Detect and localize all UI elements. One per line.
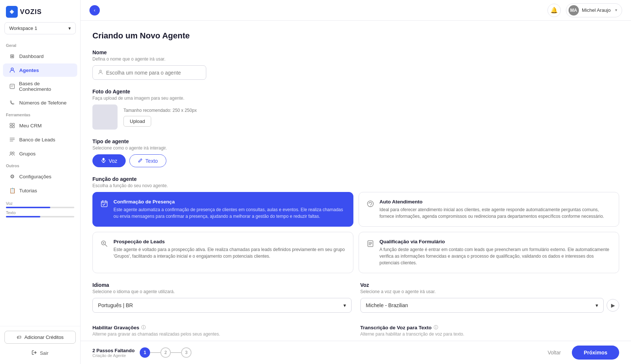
- voz-label: Voz: [109, 158, 117, 164]
- svg-rect-5: [13, 126, 14, 128]
- nome-label: Nome: [92, 49, 619, 55]
- foto-hint: Faça upload de uma imagem para seu agent…: [92, 96, 619, 101]
- leads-icon: [9, 136, 16, 143]
- next-button[interactable]: Próximos: [572, 346, 619, 360]
- step-line-1: [150, 352, 160, 353]
- svg-point-0: [11, 68, 13, 70]
- sidebar-item-leads[interactable]: Banco de Leads: [3, 133, 77, 146]
- workspace-selector[interactable]: Workspace 1 ▾: [4, 22, 76, 34]
- texto-credits-bar: [6, 216, 74, 217]
- add-credits-button[interactable]: 🏷 Adicionar Créditos: [4, 331, 76, 344]
- steps-info: 2 Passos Faltando Criação de Agente 1 2 …: [92, 347, 191, 358]
- voz-type-button[interactable]: Voz: [92, 154, 126, 167]
- notifications-button[interactable]: 🔔: [547, 4, 561, 17]
- section-ferramentas-label: Ferramentas: [0, 110, 80, 119]
- gravacoes-label: Habilitar Gravações ⓘ: [92, 324, 220, 331]
- texto-type-button[interactable]: Texto: [129, 154, 166, 167]
- edit-icon: [138, 158, 143, 164]
- tipo-label: Tipo de agente: [92, 138, 619, 144]
- confirmacao-content: Confirmação de Presença Este agente auto…: [113, 199, 346, 220]
- nome-section: Nome Defina o nome que o agente irá usar…: [92, 49, 619, 80]
- sidebar-item-grupos[interactable]: Grupos: [3, 147, 77, 160]
- steps-label: 2 Passos Faltando: [92, 348, 135, 353]
- crm-icon: [9, 122, 16, 129]
- func-card-auto-atendimento[interactable]: Auto Atendimento Ideal para oferecer ate…: [359, 192, 620, 227]
- idioma-value: Português | BR: [98, 302, 133, 308]
- step-line-2: [171, 352, 181, 353]
- auto-content: Auto Atendimento Ideal para oferecer ate…: [380, 199, 612, 220]
- sidebar-item-bases[interactable]: Bases de Conhecimento: [3, 78, 77, 95]
- bell-icon: 🔔: [550, 7, 558, 14]
- sidebar-item-numeros[interactable]: Números de Telefone: [3, 96, 77, 109]
- auto-atendimento-icon: [366, 200, 374, 210]
- step-3-label: 3: [185, 350, 188, 355]
- idioma-voz-row: Idioma Selecione o idioma que o agente u…: [92, 282, 619, 313]
- upload-button[interactable]: Upload: [123, 116, 151, 127]
- sidebar-item-dashboard[interactable]: ⊞ Dashboard: [3, 49, 77, 63]
- confirmacao-icon: [100, 200, 108, 210]
- sidebar-item-label: Dashboard: [19, 54, 44, 59]
- user-chevron-icon: ▾: [615, 8, 617, 13]
- nome-input[interactable]: [106, 70, 201, 76]
- user-menu[interactable]: MA Michel Araujo ▾: [566, 3, 622, 17]
- sidebar-item-config[interactable]: ⚙ Configurações: [3, 170, 77, 183]
- transcricao-section: Transcrição de Voz para Texto ⓘ Alterne …: [360, 320, 620, 337]
- svg-rect-9: [103, 158, 105, 161]
- photo-info-area: Tamanho recomendado: 250 x 250px Upload: [123, 108, 197, 127]
- idioma-section: Idioma Selecione o idioma que o agente u…: [92, 282, 352, 313]
- prospeccao-title: Prospecção de Leads: [113, 239, 346, 244]
- voz-section: Voz Selecione a voz que o agente irá usa…: [360, 282, 620, 313]
- back-button[interactable]: Voltar: [541, 346, 567, 359]
- sidebar-item-label: Números de Telefone: [19, 100, 67, 106]
- gravacoes-section: Habilitar Gravações ⓘ Alterne para grava…: [92, 320, 352, 337]
- sidebar-item-label: Banco de Leads: [19, 137, 55, 142]
- sidebar-item-tutorias[interactable]: 📋 Tutorias: [3, 184, 77, 197]
- user-name: Michel Araujo: [582, 7, 611, 13]
- collapse-sidebar-button[interactable]: ‹: [89, 5, 100, 16]
- add-credits-label: Adicionar Créditos: [24, 334, 64, 340]
- step-2: 2: [160, 347, 171, 358]
- svg-point-6: [10, 152, 12, 154]
- logout-button[interactable]: Sair: [4, 347, 76, 360]
- steps-sub: Criação de Agente: [92, 353, 135, 358]
- sidebar: VOZIS Workspace 1 ▾ Geral ⊞ Dashboard Ag…: [0, 0, 81, 364]
- idioma-label: Idioma: [92, 282, 352, 288]
- texto-credits-label: Texto: [6, 210, 74, 215]
- func-card-qualificacao[interactable]: Qualificação via Formulário A função des…: [359, 232, 620, 273]
- tutorias-icon: 📋: [9, 187, 16, 194]
- qualificacao-title: Qualificação via Formulário: [380, 239, 612, 244]
- transcricao-info: Transcrição de Voz para Texto ⓘ Alterne …: [360, 324, 464, 337]
- funcao-section: Função do agente Escolha a função do seu…: [92, 176, 619, 273]
- topbar-left: ‹: [89, 5, 100, 16]
- qualificacao-desc: A função deste agente é entrar em contat…: [380, 246, 612, 266]
- func-card-confirmacao[interactable]: Confirmação de Presença Este agente auto…: [92, 192, 353, 227]
- tipo-hint: Selecione como o agente irá interagir.: [92, 145, 619, 151]
- transcricao-label: Transcrição de Voz para Texto ⓘ: [360, 324, 464, 331]
- sidebar-item-agentes[interactable]: Agentes: [3, 63, 77, 77]
- gravacoes-toggle-row: Habilitar Gravações ⓘ Alterne para grava…: [92, 324, 352, 337]
- func-card-prospeccao[interactable]: Prospecção de Leads Este agente é voltad…: [92, 232, 353, 273]
- sidebar-item-label: Grupos: [19, 151, 35, 157]
- funcao-hint: Escolha a função do seu novo agente.: [92, 183, 619, 188]
- gravacoes-transcricao-row: Habilitar Gravações ⓘ Alterne para grava…: [92, 320, 619, 337]
- agentes-icon: [9, 67, 16, 73]
- idioma-hint: Selecione o idioma que o agente utilizar…: [92, 289, 352, 294]
- texto-label: Texto: [145, 158, 157, 164]
- credits-section: Voz Texto: [0, 198, 80, 222]
- svg-rect-1: [10, 84, 14, 89]
- avatar: MA: [569, 5, 579, 16]
- confirmacao-title: Confirmação de Presença: [113, 199, 346, 205]
- idioma-select[interactable]: Português | BR ▾: [92, 298, 352, 313]
- auto-title: Auto Atendimento: [380, 199, 612, 205]
- section-geral-label: Geral: [0, 40, 80, 49]
- transcricao-hint: Alterne para habilitar a transcrição de …: [360, 332, 464, 337]
- main-wrapper: ‹ 🔔 MA Michel Araujo ▾ Criando um Novo A…: [81, 0, 631, 364]
- play-voice-button[interactable]: ▶: [607, 299, 619, 312]
- sidebar-item-crm[interactable]: Meu CRM: [3, 119, 77, 132]
- step-3: 3: [181, 347, 191, 358]
- sidebar-item-label: Meu CRM: [19, 123, 42, 128]
- stepper: 1 2 3: [140, 347, 191, 358]
- voz-bar-fill: [6, 207, 50, 208]
- voz-select[interactable]: Michele - Brazilian ▾: [360, 298, 604, 313]
- page-title: Criando um Novo Agente: [92, 31, 619, 41]
